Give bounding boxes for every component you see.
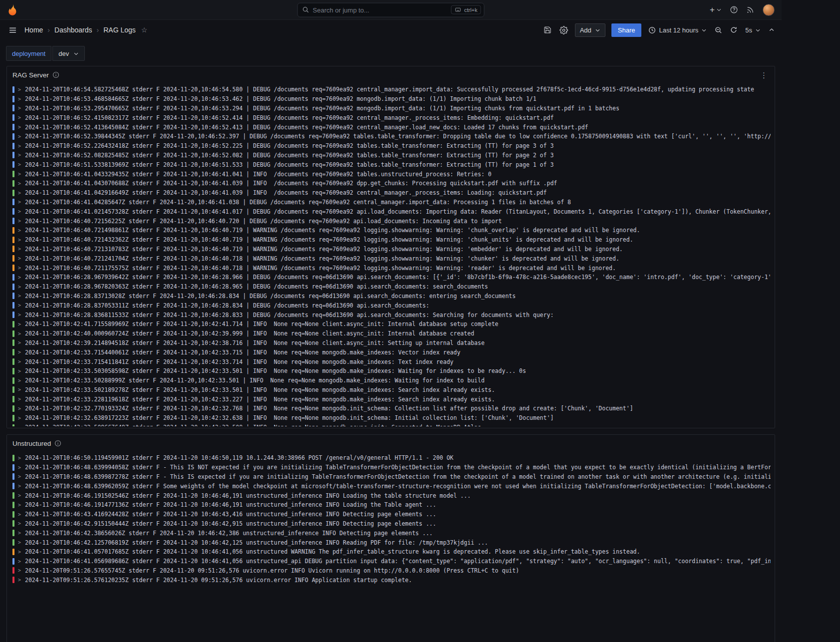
log-row[interactable]: > 2024-11-20T10:46:48.639994058Z stderr … — [12, 463, 771, 472]
help-button[interactable] — [727, 3, 741, 16]
grafana-logo-icon[interactable] — [7, 2, 20, 17]
log-row[interactable]: > 2024-11-20T10:42:33.50288999Z stderr F… — [12, 376, 771, 385]
refresh-button[interactable] — [729, 24, 738, 35]
info-icon[interactable] — [54, 440, 61, 447]
time-range-picker[interactable]: Last 12 hours — [647, 24, 708, 36]
log-row[interactable]: > 2024-11-20T10:46:41.057017685Z stderr … — [12, 547, 771, 557]
search-input[interactable] — [313, 6, 448, 13]
log-row[interactable]: > 2024-11-20T10:46:28.836811533Z stderr … — [12, 310, 771, 320]
expand-chevron-icon[interactable]: > — [18, 474, 21, 479]
log-row[interactable]: > 2024-11-20T10:46:42.125706819Z stderr … — [12, 538, 771, 547]
expand-chevron-icon[interactable]: > — [18, 181, 21, 186]
log-row[interactable]: > 2024-11-20T10:42:33.502189278Z stderr … — [12, 385, 771, 395]
log-row[interactable]: > 2024-11-20T10:42:32.770193324Z stderr … — [12, 404, 771, 413]
log-row[interactable]: > 2024-11-20T10:42:40.000960724Z stderr … — [12, 329, 771, 338]
expand-chevron-icon[interactable]: > — [18, 530, 21, 536]
expand-chevron-icon[interactable]: > — [18, 577, 21, 583]
expand-chevron-icon[interactable]: > — [18, 228, 21, 233]
expand-chevron-icon[interactable]: > — [18, 199, 21, 205]
expand-chevron-icon[interactable]: > — [18, 105, 21, 111]
expand-chevron-icon[interactable]: > — [18, 378, 21, 383]
panel-menu-kebab-icon[interactable]: ⋮ — [758, 70, 770, 81]
log-row[interactable]: > 2024-11-20T10:42:32.638917223Z stderr … — [12, 413, 771, 423]
expand-chevron-icon[interactable]: > — [18, 540, 21, 545]
expand-chevron-icon[interactable]: > — [18, 396, 21, 402]
log-row[interactable]: > 2024-11-20T10:46:48.639987278Z stderr … — [12, 472, 771, 482]
log-row[interactable]: > 2024-11-20T10:46:52.39844345Z stderr F… — [12, 132, 771, 141]
log-list[interactable]: > 2024-11-20T10:46:50.119459901Z stderr … — [7, 452, 775, 642]
expand-chevron-icon[interactable]: > — [18, 96, 21, 102]
zoom-out-button[interactable] — [714, 24, 723, 36]
expand-chevron-icon[interactable]: > — [18, 512, 21, 517]
expand-chevron-icon[interactable]: > — [18, 465, 21, 470]
log-row[interactable]: > 2024-11-20T10:42:41.715589969Z stderr … — [12, 320, 771, 329]
expand-chevron-icon[interactable]: > — [18, 387, 21, 392]
log-row[interactable]: > 2024-11-20T10:46:42.38656026Z stderr F… — [12, 528, 771, 538]
log-row[interactable]: > 2024-11-20T10:46:52.082825485Z stderr … — [12, 151, 771, 160]
log-row[interactable]: > 2024-11-20T10:46:41.04285647Z stderr F… — [12, 198, 771, 207]
dashboard-settings-button[interactable] — [559, 24, 569, 36]
info-icon[interactable] — [52, 71, 59, 78]
expand-chevron-icon[interactable]: > — [18, 568, 21, 573]
panel-title[interactable]: RAG Server — [12, 71, 49, 79]
user-avatar[interactable] — [763, 4, 775, 16]
expand-chevron-icon[interactable]: > — [18, 87, 21, 92]
log-row[interactable]: > 2024-11-20T10:46:28.967939642Z stderr … — [12, 273, 771, 282]
log-row[interactable]: > 2024-11-20T10:42:33.715411841Z stderr … — [12, 357, 771, 366]
expand-chevron-icon[interactable]: > — [18, 483, 21, 489]
expand-chevron-icon[interactable]: > — [18, 340, 21, 345]
log-list[interactable]: > 2024-11-20T10:46:54.582725468Z stderr … — [7, 83, 775, 426]
share-button[interactable]: Share — [611, 23, 642, 37]
log-row[interactable]: > 2024-11-20T10:46:28.837053311Z stderr … — [12, 301, 771, 310]
breadcrumb-dashboards[interactable]: Dashboards — [54, 26, 92, 34]
mega-menu-toggle[interactable] — [6, 24, 19, 36]
expand-chevron-icon[interactable]: > — [18, 124, 21, 130]
log-row[interactable]: > 2024-11-20T10:46:41.021457328Z stderr … — [12, 207, 771, 216]
log-row[interactable]: > 2024-11-20T10:46:40.721175575Z stderr … — [12, 263, 771, 273]
expand-chevron-icon[interactable]: > — [18, 152, 21, 158]
log-row[interactable]: > 2024-11-20T10:46:41.043070688Z stderr … — [12, 179, 771, 188]
log-row[interactable]: > 2024-11-20T10:46:51.533813969Z stderr … — [12, 160, 771, 169]
expand-chevron-icon[interactable]: > — [18, 209, 21, 214]
breadcrumb-home[interactable]: Home — [24, 26, 43, 34]
expand-chevron-icon[interactable]: > — [18, 134, 21, 139]
log-row[interactable]: > 2024-11-20T09:51:26.576120235Z stderr … — [12, 575, 771, 585]
log-row[interactable]: > 2024-11-20T10:46:41.042916649Z stderr … — [12, 188, 771, 198]
save-dashboard-button[interactable] — [543, 24, 553, 36]
log-row[interactable]: > 2024-11-20T10:42:33.228119618Z stderr … — [12, 394, 771, 404]
log-row[interactable]: > 2024-11-20T10:46:52.415082317Z stderr … — [12, 113, 771, 122]
expand-chevron-icon[interactable]: > — [18, 275, 21, 280]
expand-chevron-icon[interactable]: > — [18, 331, 21, 336]
log-row[interactable]: > 2024-11-20T10:46:53.295470665Z stderr … — [12, 104, 771, 113]
expand-chevron-icon[interactable]: > — [18, 218, 21, 224]
expand-chevron-icon[interactable]: > — [18, 359, 21, 364]
log-row[interactable]: > 2024-11-20T10:46:40.721432362Z stderr … — [12, 235, 771, 245]
expand-chevron-icon[interactable]: > — [18, 162, 21, 167]
log-row[interactable]: > 2024-11-20T10:46:52.413645084Z stderr … — [12, 122, 771, 132]
expand-chevron-icon[interactable]: > — [18, 425, 21, 426]
expand-chevron-icon[interactable]: > — [18, 237, 21, 243]
expand-chevron-icon[interactable]: > — [18, 321, 21, 327]
favorite-star-icon[interactable]: ☆ — [141, 26, 148, 34]
expand-chevron-icon[interactable]: > — [18, 256, 21, 261]
log-row[interactable]: > 2024-11-20T10:46:52.226432418Z stderr … — [12, 141, 771, 151]
expand-chevron-icon[interactable]: > — [18, 293, 21, 299]
expand-chevron-icon[interactable]: > — [18, 246, 21, 252]
log-row[interactable]: > 2024-11-20T10:46:54.582725468Z stderr … — [12, 85, 771, 94]
expand-chevron-icon[interactable]: > — [18, 549, 21, 555]
expand-chevron-icon[interactable]: > — [18, 521, 21, 526]
expand-chevron-icon[interactable]: > — [18, 349, 21, 355]
log-row[interactable]: > 2024-11-20T10:46:40.72156225Z stderr F… — [12, 216, 771, 226]
collapse-toolbar-button[interactable] — [768, 25, 776, 35]
expand-chevron-icon[interactable]: > — [18, 455, 21, 461]
expand-chevron-icon[interactable]: > — [18, 143, 21, 149]
log-row[interactable]: > 2024-11-20T10:46:48.639962059Z stderr … — [12, 481, 771, 491]
log-row[interactable]: > 2024-11-20T10:46:41.043329435Z stderr … — [12, 169, 771, 179]
expand-chevron-icon[interactable]: > — [18, 115, 21, 120]
expand-chevron-icon[interactable]: > — [18, 559, 21, 564]
expand-chevron-icon[interactable]: > — [18, 303, 21, 308]
news-rss-button[interactable] — [744, 4, 757, 16]
expand-chevron-icon[interactable]: > — [18, 312, 21, 318]
log-row[interactable]: > 2024-11-20T10:46:40.721498861Z stderr … — [12, 226, 771, 235]
expand-chevron-icon[interactable]: > — [18, 368, 21, 374]
